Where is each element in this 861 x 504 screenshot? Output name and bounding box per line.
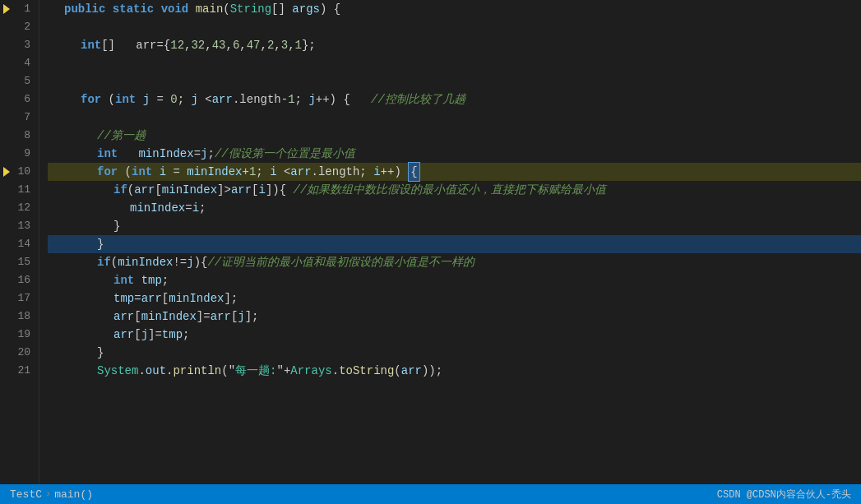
gutter-line: 2 [0, 18, 35, 36]
gutter-line: 20 [0, 344, 35, 362]
code-line: if(arr[minIndex]>arr[i]){ //如果数组中数比假设的最小… [48, 181, 861, 199]
breadcrumb: TestC › main() [10, 488, 93, 501]
code-line: for (int i = minIndex+1; i <arr.length; … [48, 163, 861, 181]
gutter-line: 7 [0, 109, 35, 127]
gutter-line: 21 [0, 362, 35, 380]
breadcrumb-method: main() [54, 488, 93, 501]
status-left: TestC › main() [10, 488, 93, 501]
code-line: } [48, 235, 861, 253]
code-line: } [48, 217, 861, 235]
gutter-line: 11 [0, 181, 35, 199]
gutter-line: 17 [0, 289, 35, 307]
code-line [48, 109, 861, 127]
gutter-line: 19 [0, 326, 35, 344]
code-line [48, 54, 861, 72]
gutter-line: 13 [0, 217, 35, 235]
code-line: public static void main(String[] args) { [48, 0, 861, 18]
code-line: arr[j]=tmp; [48, 326, 861, 344]
attribution: CSDN @CDSN内容合伙人-禿头 [717, 488, 851, 502]
gutter-line: 9 [0, 145, 35, 163]
code-area[interactable]: public static void main(String[] args) {… [39, 0, 861, 484]
gutter-line: 10 [0, 163, 35, 181]
gutter-line: 4 [0, 54, 35, 72]
code-line: tmp=arr[minIndex]; [48, 289, 861, 307]
code-line: System.out.println("每一趟:"+Arrays.toStrin… [48, 362, 861, 380]
line-numbers: 123456789101112131415161718192021 [0, 0, 39, 484]
gutter-line: 12 [0, 199, 35, 217]
code-line [48, 72, 861, 90]
code-line: //第一趟 [48, 127, 861, 145]
breadcrumb-file: TestC [10, 488, 42, 501]
gutter-line: 5 [0, 72, 35, 90]
status-bar: TestC › main() CSDN @CDSN内容合伙人-禿头 [0, 484, 861, 504]
gutter-line: 8 [0, 127, 35, 145]
gutter-line: 6 [0, 90, 35, 109]
code-line: int tmp; [48, 271, 861, 289]
breadcrumb-sep: › [45, 488, 51, 500]
gutter-line: 1 [0, 0, 35, 18]
gutter-line: 18 [0, 307, 35, 326]
code-line: int[] arr={12,32,43,6,47,2,3,1}; [48, 36, 861, 54]
gutter-line: 15 [0, 253, 35, 271]
code-line: if(minIndex!=j){//证明当前的最小值和最初假设的最小值是不一样的 [48, 253, 861, 271]
code-line: } [48, 344, 861, 362]
code-line [48, 18, 861, 36]
code-line: for (int j = 0; j <arr.length-1; j++) { … [48, 90, 861, 109]
gutter-line: 3 [0, 36, 35, 54]
editor: 123456789101112131415161718192021 public… [0, 0, 861, 484]
gutter-line: 16 [0, 271, 35, 289]
code-line: minIndex=i; [48, 199, 861, 217]
code-line: int minIndex=j;//假设第一个位置是最小值 [48, 145, 861, 163]
code-line: arr[minIndex]=arr[j]; [48, 307, 861, 326]
gutter-line: 14 [0, 235, 35, 253]
